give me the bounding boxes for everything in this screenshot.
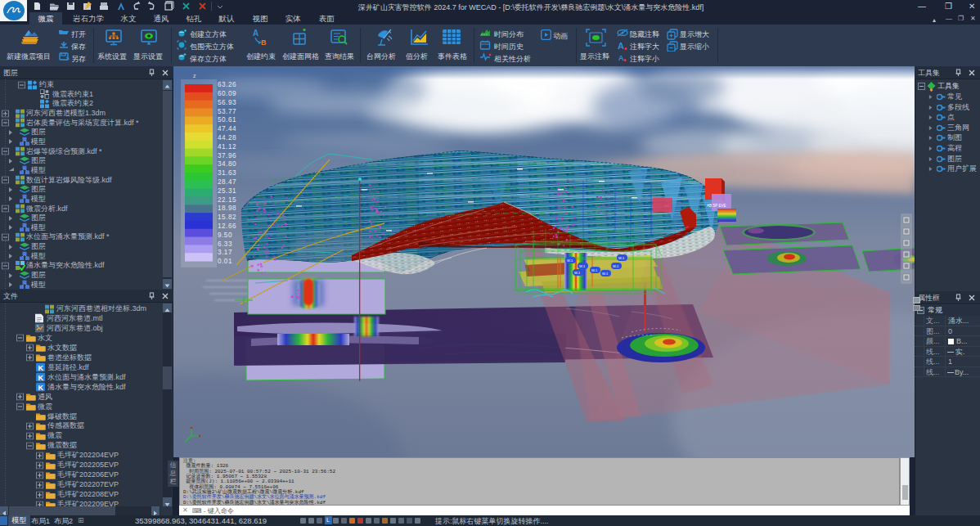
svg-text:A: A: [253, 29, 258, 38]
svg-text:W-1: W-1: [618, 256, 625, 260]
svg-text:56.93: 56.93: [218, 99, 236, 106]
svg-text:0.01: 0.01: [218, 258, 232, 265]
svg-text:22.15: 22.15: [218, 196, 236, 204]
svg-text:K: K: [38, 364, 43, 372]
svg-text:37.96: 37.96: [218, 152, 236, 160]
svg-text:28.47: 28.47: [218, 178, 236, 186]
svg-text:47.44: 47.44: [218, 125, 236, 133]
svg-text:15.82: 15.82: [218, 214, 236, 221]
svg-text:AB SP EVE: AB SP EVE: [707, 204, 726, 208]
svg-text:W-1: W-1: [567, 259, 573, 263]
svg-text:60.09: 60.09: [218, 90, 236, 97]
svg-text:18.98: 18.98: [218, 205, 236, 212]
svg-text:W-1: W-1: [574, 271, 581, 275]
svg-text:z: z: [193, 73, 196, 79]
svg-text:25.31: 25.31: [218, 187, 236, 195]
svg-text:W-1: W-1: [613, 264, 619, 268]
svg-text:9.50: 9.50: [218, 232, 232, 239]
svg-text:W-1: W-1: [591, 268, 598, 272]
svg-text:12.66: 12.66: [218, 223, 236, 230]
svg-text:3.17: 3.17: [218, 249, 232, 256]
svg-text:K: K: [38, 374, 43, 382]
svg-text:63.26: 63.26: [218, 81, 236, 88]
svg-text:A: A: [618, 41, 624, 51]
svg-text:K: K: [38, 384, 43, 392]
svg-text:53.77: 53.77: [218, 108, 236, 115]
svg-text:41.12: 41.12: [218, 143, 236, 151]
svg-text:44.28: 44.28: [218, 134, 236, 142]
svg-text:W-1: W-1: [602, 272, 609, 276]
svg-text:6.33: 6.33: [218, 241, 232, 248]
svg-text:B: B: [261, 38, 267, 47]
svg-text:50.61: 50.61: [218, 116, 236, 124]
svg-text:34.80: 34.80: [218, 160, 236, 168]
svg-text:A: A: [618, 54, 624, 62]
svg-text:W-1: W-1: [579, 264, 586, 268]
svg-text:31.63: 31.63: [218, 169, 236, 177]
